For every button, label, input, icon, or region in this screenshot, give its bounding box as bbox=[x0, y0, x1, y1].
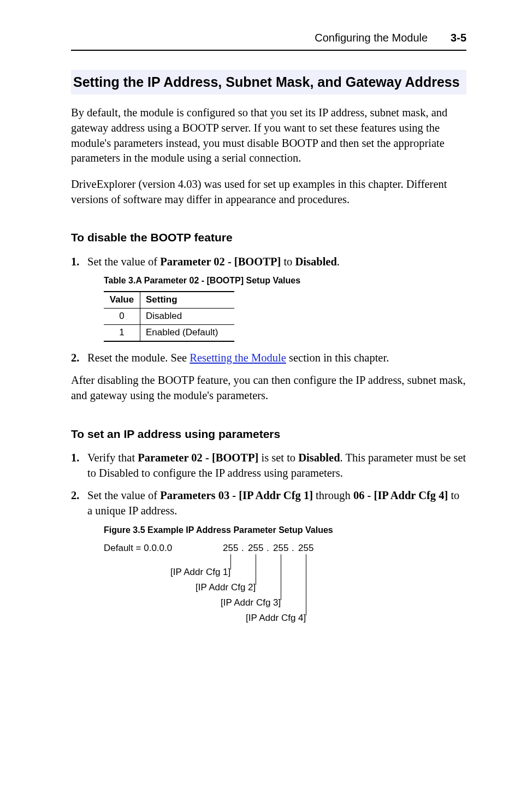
step-text-part: . bbox=[337, 256, 340, 268]
set-ip-step-1: 1. Verify that Parameter 02 - [BOOTP] is… bbox=[71, 451, 466, 481]
running-header-title: Configuring the Module bbox=[315, 31, 428, 45]
step-text-part: Set the value of bbox=[87, 489, 160, 501]
table-header-setting: Setting bbox=[140, 292, 235, 308]
table-cell-setting: Disabled bbox=[140, 308, 235, 324]
diagram-connector-line bbox=[281, 554, 281, 600]
step-number: 1. bbox=[71, 254, 79, 270]
table-row: 0 Disabled bbox=[104, 308, 234, 324]
ip-octet-4: 255 bbox=[298, 542, 313, 555]
table-row: 1 Enabled (Default) bbox=[104, 324, 234, 341]
bootp-setup-table: Value Setting 0 Disabled 1 Enabled (Defa… bbox=[104, 291, 234, 342]
parameter-value: Disabled bbox=[295, 256, 337, 268]
table-cell-setting: Enabled (Default) bbox=[140, 324, 235, 341]
running-header: Configuring the Module 3-5 bbox=[71, 31, 466, 51]
step-text-part: through bbox=[313, 489, 353, 501]
disable-bootp-step-2: 2. Reset the module. See Resetting the M… bbox=[71, 351, 466, 366]
ip-cfg-label-4: [IP Addr Cfg 4] bbox=[246, 612, 306, 625]
step-number: 2. bbox=[71, 488, 79, 503]
ip-address-diagram: Default = 0.0.0.0 255 . 255 . 255 . 255 … bbox=[104, 542, 466, 638]
step-text-part: section in this chapter. bbox=[286, 352, 389, 364]
diagram-connector-line bbox=[306, 554, 306, 615]
subheading-disable-bootp: To disable the BOOTP feature bbox=[71, 230, 466, 245]
table-header-row: Value Setting bbox=[104, 292, 234, 308]
default-label: Default = 0.0.0.0 bbox=[104, 542, 172, 555]
parameter-name: Parameters 03 - [IP Addr Cfg 1] bbox=[160, 489, 313, 501]
ip-cfg-label-2: [IP Addr Cfg 2] bbox=[196, 582, 256, 594]
step-number: 2. bbox=[71, 351, 79, 366]
after-disable-paragraph: After disabling the BOOTP feature, you c… bbox=[71, 373, 466, 403]
parameter-value: Disabled bbox=[298, 452, 340, 464]
diagram-connector-line bbox=[256, 554, 256, 585]
set-ip-step-2: 2. Set the value of Parameters 03 - [IP … bbox=[71, 488, 466, 638]
table-header-value: Value bbox=[104, 292, 140, 308]
step-text-part: Set the value of bbox=[87, 256, 160, 268]
table-cell-value: 0 bbox=[104, 308, 140, 324]
page-number: 3-5 bbox=[451, 31, 466, 45]
ip-cfg-label-1: [IP Addr Cfg 1] bbox=[170, 566, 230, 579]
ip-dot: . bbox=[241, 542, 244, 555]
step-number: 1. bbox=[71, 451, 79, 466]
parameter-name: 06 - [IP Addr Cfg 4] bbox=[353, 489, 448, 501]
step-text-part: is set to bbox=[258, 452, 298, 464]
section-paragraph-1: By default, the module is configured so … bbox=[71, 105, 466, 166]
subheading-set-ip: To set an IP address using parameters bbox=[71, 426, 466, 442]
table-caption: Table 3.A Parameter 02 - [BOOTP] Setup V… bbox=[104, 275, 466, 287]
table-cell-value: 1 bbox=[104, 324, 140, 341]
step-text-part: Reset the module. See bbox=[87, 352, 190, 364]
disable-bootp-step-1: 1. Set the value of Parameter 02 - [BOOT… bbox=[71, 254, 466, 342]
parameter-name: Parameter 02 - [BOOTP] bbox=[160, 256, 281, 268]
ip-octet-3: 255 bbox=[273, 542, 288, 555]
ip-dot: . bbox=[267, 542, 269, 555]
step-text-part: to bbox=[281, 256, 295, 268]
ip-octet-1: 255 bbox=[223, 542, 238, 555]
ip-dot: . bbox=[292, 542, 294, 555]
ip-octet-2: 255 bbox=[248, 542, 263, 555]
step-text-part: Verify that bbox=[87, 452, 138, 464]
cross-reference-link[interactable]: Resetting the Module bbox=[190, 352, 286, 364]
section-heading: Setting the IP Address, Subnet Mask, and… bbox=[71, 70, 466, 94]
figure-caption: Figure 3.5 Example IP Address Parameter … bbox=[104, 524, 466, 536]
section-paragraph-2: DriveExplorer (version 4.03) was used fo… bbox=[71, 177, 466, 207]
ip-cfg-label-3: [IP Addr Cfg 3] bbox=[221, 597, 281, 609]
parameter-name: Parameter 02 - [BOOTP] bbox=[138, 452, 258, 464]
